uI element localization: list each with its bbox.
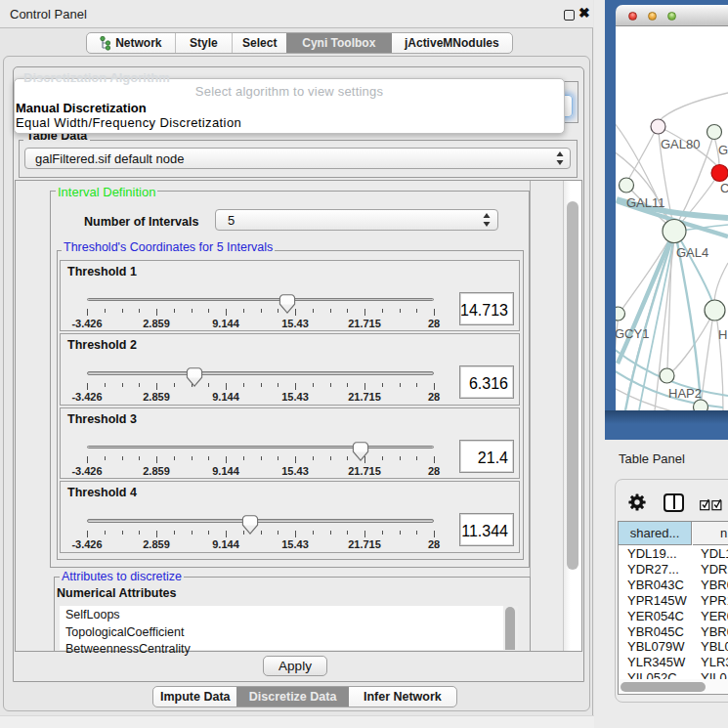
svg-text:CA: CA [720,181,728,195]
svg-text:GAL4: GAL4 [676,245,708,260]
svg-text:GAL80: GAL80 [661,137,700,151]
svg-text:HAP2: HAP2 [668,386,702,401]
svg-text:GA: GA [718,143,728,157]
svg-text:GAL11: GAL11 [626,195,665,210]
svg-text:GCY1: GCY1 [616,326,649,341]
svg-text:HI: HI [718,327,728,342]
